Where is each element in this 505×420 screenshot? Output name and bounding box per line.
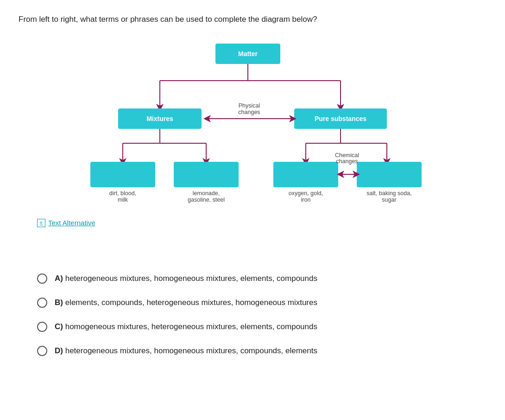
empty-box-4	[357, 162, 422, 187]
choice-item-a[interactable]: A) heterogeneous mixtures, homogeneous m…	[37, 274, 468, 284]
choice-item-c[interactable]: C) homogeneous mixtures, heterogeneous m…	[37, 322, 468, 332]
choice-text-b: B) elements, compounds, heterogeneous mi…	[55, 298, 317, 307]
sublabel-3a: oxygen, gold,	[289, 190, 323, 197]
sublabel-1b: milk	[118, 197, 128, 203]
sublabel-4b: sugar	[382, 197, 396, 203]
text-alternative-icon: ≡	[37, 219, 45, 227]
question-text: From left to right, what terms or phrase…	[19, 14, 486, 25]
choice-text-a: A) heterogeneous mixtures, homogeneous m…	[55, 274, 317, 283]
sublabel-1a: dirt, blood,	[109, 190, 136, 197]
physical-changes-label2: changes	[238, 109, 260, 115]
text-alternative-label: Text Alternative	[48, 219, 95, 227]
choice-radio-a[interactable]	[37, 274, 47, 284]
choice-item-b[interactable]: B) elements, compounds, heterogeneous mi…	[37, 298, 468, 308]
sublabel-2a: lemonade,	[193, 190, 220, 197]
pure-substances-label: Pure substances	[315, 115, 366, 122]
text-alternative-link[interactable]: ≡ Text Alternative	[37, 219, 95, 227]
empty-box-3	[273, 162, 338, 187]
text-alternative-section: ≡ Text Alternative	[37, 215, 486, 250]
sublabel-3b: iron	[301, 197, 311, 203]
choice-text-d: D) heterogeneous mixtures, homogeneous m…	[55, 346, 317, 356]
choice-radio-d[interactable]	[37, 346, 47, 356]
sublabel-2b: gasoline, steel	[188, 197, 225, 203]
empty-box-2	[174, 162, 239, 187]
choice-radio-b[interactable]	[37, 298, 47, 308]
matter-label: Matter	[238, 50, 258, 57]
diagram-area: Matter Mixtures Pure substances Physical…	[19, 39, 486, 206]
choice-text-c: C) homogeneous mixtures, heterogeneous m…	[55, 322, 317, 331]
choices-section: A) heterogeneous mixtures, homogeneous m…	[19, 274, 486, 356]
chemical-changes-label: Chemical	[335, 152, 359, 159]
sublabel-4a: salt, baking soda,	[366, 190, 411, 197]
diagram-svg: Matter Mixtures Pure substances Physical…	[19, 39, 486, 206]
chemical-changes-label2: changes	[336, 158, 358, 165]
physical-changes-label: Physical	[239, 102, 260, 109]
choice-radio-c[interactable]	[37, 322, 47, 332]
mixtures-label: Mixtures	[146, 115, 173, 122]
empty-box-1	[90, 162, 155, 187]
choice-item-d[interactable]: D) heterogeneous mixtures, homogeneous m…	[37, 346, 468, 356]
